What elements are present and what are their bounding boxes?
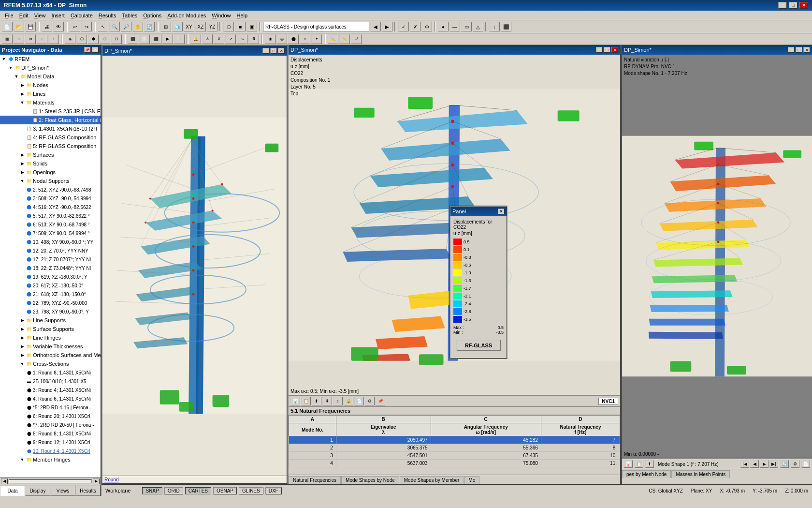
minimize-btn[interactable]: _ [778, 2, 787, 9]
tb2-5[interactable]: ↕ [48, 34, 59, 44]
tree-ns-21[interactable]: 🔵 21: 618; XZ -180,-150.0° [0, 290, 101, 299]
tree-mat-4[interactable]: 📋 4: RF-GLASS Composition [0, 133, 101, 142]
tb-zoom-out[interactable]: 🔎 [121, 22, 131, 31]
tree-dp-simon[interactable]: ▼ 📁 DP_Simon* [0, 63, 101, 72]
tree-lines[interactable]: ▶ 📁 Lines [0, 90, 101, 98]
expand-nodal-supports[interactable]: ▼ [19, 178, 25, 184]
status-osnap[interactable]: OSNAP [213, 487, 237, 494]
tree-cs-2[interactable]: ▬ 2B 100/10/10; 1.4301 X5 [0, 377, 101, 386]
status-dxf[interactable]: DXF [265, 487, 282, 494]
tree-mat-1[interactable]: ▶ 📋 1: Steel S 235 JR | CSN EN [0, 107, 101, 116]
tree-rfem[interactable]: ▼ 🔷 RFEM [0, 55, 101, 63]
tree-cs-7[interactable]: ⬤ *7: 2RD RD 20-50 | Ferona - [0, 420, 101, 429]
menu-tables[interactable]: Tables [119, 12, 140, 19]
tree-cross-sections[interactable]: ▼ 📁 Cross-Sections [0, 359, 101, 368]
tb-select[interactable]: ↖ [98, 22, 108, 31]
title-controls[interactable]: _ □ ✕ [778, 2, 808, 9]
tree-ns-22[interactable]: 🔵 22: 789; XYZ -90,-50.000 [0, 299, 101, 307]
expand-line-supports[interactable]: ▶ [19, 317, 25, 323]
tree-cs-9[interactable]: ⬤ 9: Round 12; 1.4301 X5CrI [0, 438, 101, 447]
menu-edit[interactable]: Edit [16, 12, 31, 19]
tree-cs-8[interactable]: ⬤ 8: Round 8; 1.4301 X5CrNi [0, 429, 101, 438]
tb-undo[interactable]: ↩ [70, 22, 80, 31]
tb-cross[interactable]: ✗ [410, 22, 420, 31]
tab-mode-shapes-member[interactable]: Mode Shapes by Member [400, 476, 464, 484]
nf-btn-3[interactable]: ⬆ [312, 397, 321, 405]
tab-mode-shapes-node[interactable]: Mode Shapes by Node [341, 476, 399, 484]
tree-cs-3[interactable]: ⬤ 3: Round 4; 1.4301 X5CrNi [0, 386, 101, 394]
tree-mat-3[interactable]: 📋 3: 1.4301 X5CrNi18-10 (2H [0, 124, 101, 133]
win3-controls[interactable]: _ □ ✕ [788, 47, 810, 53]
nf-btn-8[interactable]: ⚙ [365, 397, 375, 405]
tree-variable-thicknesses[interactable]: ▶ 📁 Variable Thicknesses [0, 342, 101, 351]
nf-btn-4[interactable]: ⬇ [322, 397, 332, 405]
tree-materials[interactable]: ▼ 📁 Materials [0, 98, 101, 107]
menu-results[interactable]: Results [96, 12, 119, 19]
tree-ns-20[interactable]: 🔵 20: 617; XZ -180,-50.0° [0, 281, 101, 290]
tb2-2[interactable]: ⊕ [14, 34, 24, 44]
tree-cs-1[interactable]: ⬤ 1: Round 8; 1.4301 X5CrNi [0, 368, 101, 377]
nf-row-3[interactable]: 3 4547.501 67.435 10. [289, 452, 620, 460]
tree-ns-10[interactable]: 🔵 10: 498; XY 90.0,-90.0 °; YY [0, 238, 101, 246]
tb2-25[interactable]: ○ [300, 34, 310, 44]
tree-area[interactable]: ▼ 🔷 RFEM ▼ 📁 DP_Simon* ▼ 📁 Model Data ▶ … [0, 55, 101, 477]
close-btn[interactable]: ✕ [799, 2, 808, 9]
tb-module-dropdown[interactable]: RF-GLASS - Design of glass surfaces [263, 22, 369, 31]
tree-mat-2[interactable]: ▶ 📋 2: Float Glass, Horizontal i [0, 116, 101, 124]
nf-row-2[interactable]: 2 3065.375 55.366 8. [289, 444, 620, 452]
tb2-14[interactable]: ▶ [162, 34, 173, 44]
nav-tab-views[interactable]: Views [50, 485, 75, 496]
tb2-27[interactable]: 📐 [328, 34, 338, 44]
tb2-18[interactable]: ✗ [214, 34, 224, 44]
tree-line-hinges[interactable]: ▶ 📁 Line Hinges [0, 333, 101, 342]
tb2-15[interactable]: ⏸ [174, 34, 185, 44]
win3-maximize[interactable]: □ [796, 47, 802, 53]
tb2-13[interactable]: ⬛ [151, 34, 161, 44]
tb-nav-left[interactable]: ◀ [370, 22, 381, 31]
expand-rfem[interactable]: ▼ [1, 56, 7, 62]
expand-materials[interactable]: ▼ [19, 100, 25, 105]
ms-btn-3[interactable]: ⬆ [645, 460, 654, 468]
nav-pin-btn[interactable]: 📌 [84, 47, 91, 53]
panel-close-btn[interactable]: ✕ [498, 209, 505, 214]
tab-natural-frequencies[interactable]: Natural Frequencies [289, 476, 341, 484]
tb2-1[interactable]: ▦ [2, 34, 13, 44]
tree-ns-5[interactable]: 🔵 5: 517; XY 90.0,-82.6622 ° [0, 211, 101, 220]
expand-lines[interactable]: ▶ [19, 91, 25, 97]
nf-table-wrapper[interactable]: A B C D Mode No. Eigenvalueλ Angular Fre… [289, 415, 620, 475]
tb-support[interactable]: △ [473, 22, 483, 31]
tree-ns-3[interactable]: 🔵 3: 508; XYZ -90.0,-54.9994 [0, 194, 101, 203]
tree-openings[interactable]: ▶ 📁 Openings [0, 168, 101, 177]
ms-btn-2[interactable]: 📋 [635, 460, 643, 468]
ms-nav-last[interactable]: ▶| [769, 460, 778, 468]
tree-ns-12[interactable]: 🔵 12: 20; Z 70.0°; YYY NNY [0, 246, 101, 255]
tree-ns-18[interactable]: 🔵 18: 22; Z 73.0448°; YYY NI [0, 264, 101, 272]
tb-view-xz[interactable]: XZ [195, 22, 206, 31]
expand-surfaces[interactable]: ▶ [19, 152, 25, 158]
menu-window[interactable]: Window [209, 12, 233, 19]
ms-btn-1[interactable]: 📊 [624, 460, 633, 468]
tree-ns-7[interactable]: 🔵 7: 509; XY 90.0,-54.9994 ° [0, 229, 101, 238]
tb2-8[interactable]: ⬢ [88, 34, 99, 44]
nf-btn-5[interactable]: ↕ [333, 397, 343, 405]
tb2-19[interactable]: ↗ [225, 34, 236, 44]
nav-tab-display[interactable]: Display [25, 485, 50, 496]
ms-btn-report[interactable]: 📄 [801, 460, 810, 468]
tree-member-hinges[interactable]: ▼ 📁 Member Hinges [0, 455, 101, 464]
tb-solid[interactable]: ■ [235, 22, 246, 31]
expand-variable-thicknesses[interactable]: ▶ [19, 344, 25, 349]
tb-check[interactable]: ✓ [398, 22, 409, 31]
maximize-btn[interactable]: □ [789, 2, 798, 9]
tb2-17[interactable]: ⚠ [202, 34, 213, 44]
tb2-26[interactable]: ✦ [311, 34, 322, 44]
menu-insert[interactable]: Insert [48, 12, 68, 19]
tb-settings[interactable]: ⚙ [421, 22, 432, 31]
tb-save[interactable]: 💾 [25, 22, 36, 31]
tree-ns-6[interactable]: 🔵 6: 513; XY 90.0,-68.7498 ° [0, 220, 101, 229]
nav-close-btn[interactable]: ✕ [92, 47, 99, 53]
nf-row-1[interactable]: 1 2050.497 45.282 7. [289, 436, 620, 444]
tb-render[interactable]: ▣ [246, 22, 257, 31]
menu-file[interactable]: File [2, 12, 16, 19]
tree-surfaces[interactable]: ▶ 📁 Surfaces [0, 150, 101, 159]
nf-btn-2[interactable]: 📋 [301, 397, 311, 405]
